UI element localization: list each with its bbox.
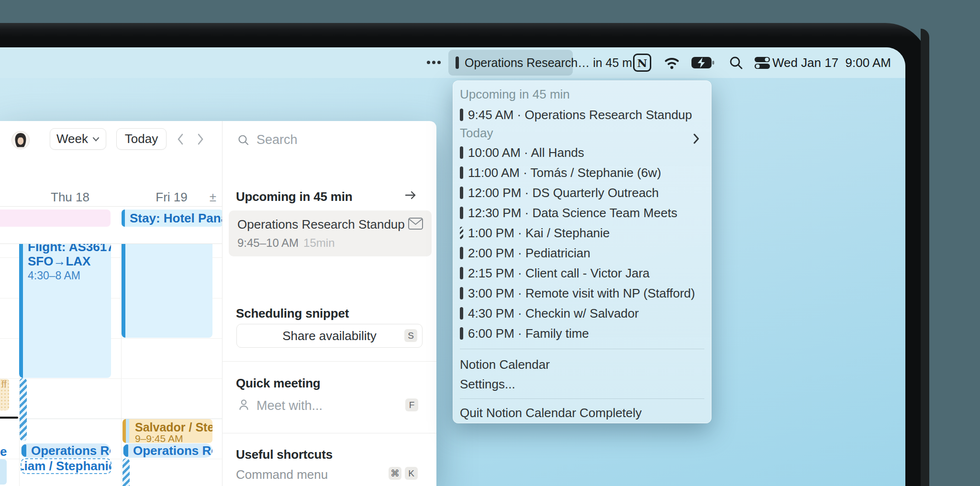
tray-event-item[interactable]: 1:00 PM · Kai / Stephanie <box>453 223 711 243</box>
meet-with-input[interactable]: Meet with... <box>256 398 323 413</box>
notion-calendar-window: Week Today Thu 18 Fri 19 ± <box>0 121 436 486</box>
tray-event-item[interactable]: 4:30 PM · Checkin w/ Salvador <box>453 303 711 323</box>
day-header-thu[interactable]: Thu 18 <box>19 190 121 205</box>
menu-item-notion-calendar[interactable]: Notion Calendar <box>453 355 711 374</box>
person-icon <box>238 399 250 411</box>
tentative-event-bar-fri[interactable] <box>122 458 130 486</box>
current-time-indicator <box>0 417 18 419</box>
liam-stephanie-pending-event[interactable]: Liam / Stephanie <box>21 458 111 474</box>
tray-event-item[interactable]: 10:00 AM · All Hands <box>453 143 711 163</box>
tray-item-label: 12:30 PM · Data Science Team Meets <box>468 206 677 221</box>
tray-event-item[interactable]: 11:00 AM · Tomás / Stephanie (6w) <box>453 163 711 183</box>
event-bar-icon <box>460 307 463 320</box>
card-duration: 15min <box>303 236 334 249</box>
device-bezel-edge <box>921 29 929 486</box>
device-mockup: Operations Research… in 45 m N <box>0 0 980 486</box>
all-day-row: Stay: Hotel Panamer <box>0 206 222 244</box>
wed-box-fragment[interactable] <box>0 459 7 485</box>
avatar[interactable] <box>11 131 30 149</box>
wifi-icon[interactable] <box>663 55 680 70</box>
shortcut-key-s: S <box>404 329 417 342</box>
flight-event-text: Flight: AS3617 SFO→LAX 4:30–8 AM <box>28 240 111 283</box>
tray-item-label: 12:00 PM · DS Quarterly Outreach <box>468 186 659 200</box>
event-bar-icon <box>456 56 459 69</box>
wed-event-fragment[interactable]: ff <box>0 379 9 410</box>
panel-divider <box>222 121 223 486</box>
control-center-icon[interactable] <box>754 56 770 69</box>
battery-charging-icon[interactable] <box>691 55 715 70</box>
stay-event-label: Stay: Hotel Panamer <box>130 211 222 226</box>
ops-research-pill-fri[interactable]: Operations Resea <box>122 443 212 458</box>
ops-pill-label: Operations Resea <box>31 443 111 458</box>
ops-pill-label: Operations Resea <box>133 443 212 458</box>
timezone-toggle-icon[interactable]: ± <box>206 190 220 205</box>
tray-featured-label: 9:45 AM · Operations Research Standup <box>468 108 692 122</box>
event-accent <box>123 444 128 457</box>
wed-pill-fragment[interactable]: ea <box>0 444 7 458</box>
salvador-event[interactable]: Salvador / Ste… 9–9:45 AM <box>122 419 212 443</box>
tray-item-label: 2:15 PM · Client call - Victor Jara <box>468 266 650 281</box>
tray-event-item[interactable]: 3:00 PM · Remote visit with NP (Stafford… <box>453 283 711 303</box>
shortcut-key-k: K <box>405 467 418 480</box>
upcoming-heading: Upcoming in 45 min <box>236 189 352 204</box>
event-bar-icon <box>460 327 463 340</box>
tray-featured-event[interactable]: 9:45 AM · Operations Research Standup <box>453 105 711 125</box>
tray-item-label: 4:30 PM · Checkin w/ Salvador <box>468 306 639 321</box>
notion-calendar-tray-menu: Upcoming in 45 min 9:45 AM · Operations … <box>453 80 712 423</box>
tray-item-label: 6:00 PM · Family time <box>468 326 589 341</box>
arrow-right-icon[interactable] <box>405 191 416 199</box>
event-bar-icon <box>460 267 463 279</box>
menu-item-label: Notion Calendar <box>460 357 550 372</box>
fri-early-event[interactable] <box>122 237 212 338</box>
today-button[interactable]: Today <box>116 128 167 150</box>
event-bar-icon <box>460 187 463 199</box>
flight-time: 4:30–8 AM <box>28 268 111 283</box>
menu-item-settings[interactable]: Settings... <box>453 375 711 394</box>
tray-event-item[interactable]: 12:30 PM · Data Science Team Meets <box>453 203 711 223</box>
tray-item-label: 10:00 AM · All Hands <box>468 145 584 160</box>
view-selector-button[interactable]: Week <box>50 128 106 150</box>
all-day-event-stay[interactable]: Stay: Hotel Panamer <box>122 210 222 227</box>
spotlight-search-icon[interactable] <box>729 55 743 70</box>
next-week-button[interactable] <box>197 133 204 145</box>
event-bar-icon <box>460 207 463 219</box>
flight-event[interactable]: Flight: AS3617 SFO→LAX 4:30–8 AM <box>19 237 111 378</box>
upcoming-event-card[interactable]: Operations Research Standup 9:45–10 AM15… <box>229 210 432 256</box>
ops-research-pill-thu[interactable]: Operations Resea <box>21 443 111 458</box>
menu-divider <box>460 398 704 399</box>
mac-screen: Operations Research… in 45 m N <box>0 47 905 486</box>
section-divider <box>223 361 436 362</box>
menu-overflow-icon[interactable] <box>427 61 441 64</box>
share-availability-button[interactable]: Share availability S <box>236 324 423 348</box>
menubar-clock[interactable]: Wed Jan 17 9:00 AM <box>772 47 891 78</box>
tentative-event-bar-thu[interactable] <box>20 378 27 441</box>
card-time: 9:45–10 AM <box>237 236 299 249</box>
event-color-bar <box>122 237 125 338</box>
menu-divider <box>460 349 704 349</box>
card-time-row: 9:45–10 AM15min <box>237 236 334 250</box>
event-accent <box>22 444 26 457</box>
event-bar-striped-icon <box>460 227 463 239</box>
search-input[interactable]: Search <box>256 133 298 147</box>
shortcut-key-f: F <box>405 398 418 411</box>
card-title: Operations Research Standup <box>237 217 405 232</box>
event-color-bar <box>122 210 125 227</box>
prev-week-button[interactable] <box>177 133 184 145</box>
menu-item-label: Quit Notion Calendar Completely <box>460 406 642 420</box>
event-bar-icon <box>460 287 463 299</box>
tray-event-item[interactable]: 12:00 PM · DS Quarterly Outreach <box>453 183 711 203</box>
email-icon[interactable] <box>408 218 423 230</box>
menu-item-quit[interactable]: Quit Notion Calendar Completely <box>453 403 711 422</box>
all-day-event-pink[interactable] <box>0 210 111 227</box>
flight-route: SFO→LAX <box>28 254 111 268</box>
share-availability-label: Share availability <box>282 329 377 343</box>
event-color-bar <box>122 419 126 443</box>
event-bar-icon <box>460 247 463 259</box>
tray-item-label: 2:00 PM · Pediatrician <box>468 246 590 261</box>
notion-logo-icon[interactable]: N <box>633 54 651 72</box>
tray-event-item[interactable]: 6:00 PM · Family time <box>453 323 711 343</box>
event-color-bar <box>19 237 23 378</box>
tray-event-item[interactable]: 2:15 PM · Client call - Victor Jara <box>453 263 711 283</box>
tray-event-item[interactable]: 2:00 PM · Pediatrician <box>453 243 711 263</box>
menubar-notion-calendar-item[interactable]: Operations Research… in 45 m <box>448 50 573 76</box>
